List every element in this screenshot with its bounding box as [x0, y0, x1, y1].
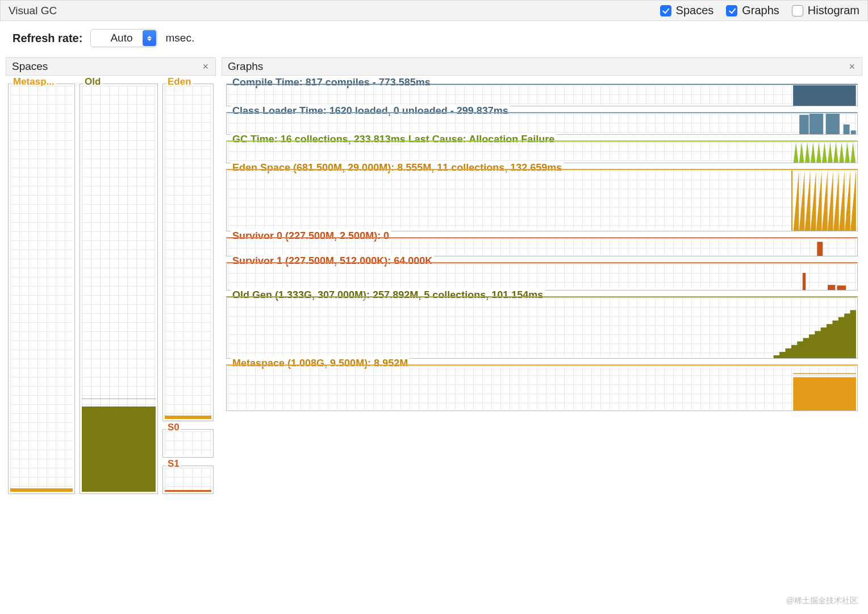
space-s0: S0: [162, 429, 214, 458]
svg-rect-25: [793, 373, 856, 374]
title-bar: Visual GC Spaces Graphs Histogram: [0, 0, 868, 21]
refresh-label: Refresh rate:: [12, 32, 82, 45]
grid-bg: [165, 468, 211, 492]
svg-marker-14: [839, 142, 845, 163]
spaces-left: Metasp... Old: [8, 84, 158, 494]
svg-marker-13: [833, 142, 838, 163]
graphs-header: Graphs ×: [222, 57, 862, 76]
space-fill: [165, 416, 211, 419]
svg-marker-16: [850, 142, 856, 163]
refresh-select[interactable]: Auto: [90, 29, 157, 47]
toggle-label: Graphs: [742, 4, 779, 17]
capacity-line: [82, 399, 156, 399]
graph-s0: Survivor 0 (227.500M, 2.500M): 0: [226, 237, 858, 256]
svg-rect-18: [791, 171, 792, 231]
graph-box: [226, 140, 858, 163]
svg-rect-5: [851, 130, 856, 135]
svg-rect-20: [803, 273, 806, 291]
svg-rect-19: [817, 242, 823, 256]
graph-box: [226, 262, 858, 291]
space-fill: [82, 406, 156, 492]
checkbox-icon: [660, 5, 671, 16]
graph-box: [226, 169, 858, 231]
grid-bg: [165, 86, 211, 419]
graph-box: [226, 112, 858, 135]
graph-classloader: Class Loader Time: 1620 loaded, 0 unload…: [226, 112, 858, 135]
graphs-body: Compile Time: 817 compiles - 773.585msCl…: [222, 76, 862, 416]
graphs-title: Graphs: [228, 60, 263, 73]
space-eden: Eden: [162, 84, 214, 421]
grid-bg: [10, 86, 73, 492]
svg-rect-24: [793, 377, 856, 411]
checkbox-icon: [726, 5, 737, 16]
svg-rect-0: [793, 85, 856, 106]
spaces-panel: Spaces × Metasp... Old Eden: [6, 57, 216, 496]
graph-box: [226, 84, 858, 106]
refresh-value: Auto: [91, 32, 143, 44]
spaces-body: Metasp... Old Eden S0: [6, 76, 216, 496]
svg-rect-3: [826, 114, 840, 135]
graph-box: [226, 237, 858, 256]
svg-marker-6: [793, 142, 799, 163]
toggle-histogram[interactable]: Histogram: [792, 4, 859, 17]
svg-marker-10: [816, 142, 821, 163]
space-metaspace: Metasp...: [8, 84, 75, 494]
graph-metaspace: Metaspace (1.008G, 9.500M): 8.952M: [226, 364, 858, 411]
graph-box: [226, 364, 858, 411]
toggle-label: Histogram: [808, 4, 859, 17]
graph-eden: Eden Space (681.500M, 29.000M): 8.555M, …: [226, 169, 858, 231]
space-s1: S1: [162, 466, 214, 494]
svg-marker-12: [827, 142, 833, 163]
toggle-graphs[interactable]: Graphs: [726, 4, 779, 17]
eden-stack: Eden S0 S1: [162, 84, 214, 494]
spaces-header: Spaces ×: [6, 57, 216, 76]
graph-box: [226, 296, 858, 359]
svg-rect-4: [844, 125, 850, 135]
app-title: Visual GC: [9, 5, 57, 17]
refresh-unit: msec.: [165, 32, 194, 44]
svg-marker-15: [845, 142, 850, 163]
panels: Spaces × Metasp... Old Eden: [0, 57, 868, 496]
svg-marker-17: [793, 171, 856, 231]
stepper-icon[interactable]: [143, 30, 156, 46]
grid-bg: [165, 432, 211, 455]
graph-oldgen: Old Gen (1.333G, 307.000M): 257.892M, 5 …: [226, 296, 858, 359]
close-icon[interactable]: ×: [848, 61, 856, 72]
svg-rect-1: [799, 115, 809, 135]
graphs-panel: Graphs × Compile Time: 817 compiles - 77…: [222, 57, 862, 496]
graph-compile: Compile Time: 817 compiles - 773.585ms: [226, 84, 858, 106]
space-fill: [10, 488, 73, 492]
svg-rect-2: [809, 114, 823, 135]
graph-s1: Survivor 1 (227.500M, 512.000K): 64.000K: [226, 262, 858, 291]
graph-gctime: GC Time: 16 collections, 233.813ms Last …: [226, 140, 858, 163]
svg-marker-8: [804, 142, 810, 163]
svg-marker-9: [810, 142, 816, 163]
toggle-spaces[interactable]: Spaces: [660, 4, 714, 17]
checkbox-icon: [792, 5, 803, 16]
close-icon[interactable]: ×: [201, 61, 210, 72]
svg-marker-11: [821, 142, 827, 163]
svg-rect-22: [837, 285, 846, 291]
toggle-label: Spaces: [676, 4, 714, 17]
view-toggles: Spaces Graphs Histogram: [660, 4, 859, 17]
spaces-title: Spaces: [12, 60, 48, 73]
refresh-row: Refresh rate: Auto msec.: [0, 21, 868, 57]
space-fill: [165, 490, 211, 492]
space-old: Old: [80, 84, 158, 494]
svg-rect-21: [828, 285, 835, 291]
svg-marker-7: [799, 142, 804, 163]
